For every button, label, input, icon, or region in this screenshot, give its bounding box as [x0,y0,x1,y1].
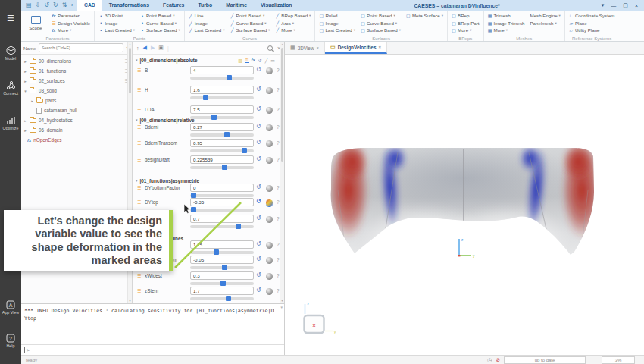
sidebar-item-app-view[interactable]: A App View [0,300,21,315]
image-point-button[interactable]: •Image [98,20,135,26]
menu-tab-maritime[interactable]: Maritime [219,0,254,11]
reset-icon[interactable]: ↺ [256,215,261,221]
value-input-xWidest[interactable] [190,271,254,280]
reset-icon[interactable]: ↺ [256,271,261,278]
menu-tab-transformations[interactable]: Transformations [102,0,156,11]
slider-B[interactable] [190,77,254,80]
3d-point-button[interactable]: •3D Point [98,13,135,18]
menu-tab-features[interactable]: Features [156,0,191,11]
value-input-H[interactable] [190,86,254,94]
scrollbar-thumb[interactable] [129,48,131,93]
slider-handle[interactable] [191,193,196,198]
trimesh-button[interactable]: ▦Trimesh [488,13,525,18]
reset-icon[interactable]: ↺ [256,184,261,190]
reset-all-icon[interactable]: ↺ [258,58,262,63]
reset-icon[interactable]: ↺ [256,287,261,293]
scope-button[interactable]: Scope [25,12,46,34]
viewport[interactable]: z y z x y ▦ 3DView × ▭ DesignVelocities [285,42,644,355]
value-input-Bdemi[interactable] [190,123,254,131]
menu-tab-cad[interactable]: CAD [77,0,102,11]
value-input-BdemiTransom[interactable] [190,139,254,147]
value-input-DYbottomFactor[interactable] [190,184,254,192]
tab-designvelocities[interactable]: ▭ DesignVelocities × [325,42,387,54]
utility-plane-button[interactable]: ▱Utility Plane [569,27,615,33]
list-icon[interactable]: ≡ [245,58,249,63]
chevron-down-icon[interactable]: ▾ [136,58,138,62]
tree-item-01-functions[interactable]: ▸01_functions☰ [21,66,134,76]
monitor-icon[interactable]: ▭ [270,58,275,63]
scroll-down-icon[interactable]: ▼ [280,306,283,309]
brep-based-curve-button[interactable]: ╱BRep Based▾ [275,13,311,18]
last-created-surface-button[interactable]: ▢Last Created▾ [319,27,355,33]
value-input-zDeckHeight[interactable] [190,240,254,249]
panelmesh-button[interactable]: Panelmesh▾ [530,20,560,26]
more-curves-button[interactable]: ╱More▾ [275,27,311,33]
expand-arrow-icon[interactable]: ▸ [30,99,34,103]
scrollbar-thumb[interactable] [281,48,283,162]
value-input-LOA[interactable] [190,105,254,114]
brep-part-button[interactable]: ▢BRep Part [452,20,480,26]
curve-based-point-button[interactable]: •Curve Based▾ [140,20,180,26]
meta-surface-button[interactable]: ▢Meta Surface▾ [406,13,443,18]
tree-item-06-domain[interactable]: ▸06_domain [21,125,134,135]
sidebar-item-model[interactable]: Model [0,46,21,61]
more-parameters-button[interactable]: fxMore▾ [52,27,90,33]
arcs-button[interactable]: ╱Arcs▾ [275,20,311,26]
tree-item-02-surfaces[interactable]: ▸02_surfaces☰ [21,76,134,86]
last-created-curve-button[interactable]: ╱Last Created▾ [189,27,225,33]
sidebar-item-help[interactable]: ? Help [0,334,21,348]
line-button[interactable]: ╱Line [189,13,225,18]
slider-handle[interactable] [224,132,230,137]
section-header-dimensions-absolute[interactable]: ▾ |00_dimensions|absolute ▥ ≡ fx ↺ ╱ ▭ [133,55,284,64]
slider-BdemiTransom[interactable] [190,149,254,152]
more-meshes-button[interactable]: ▦More▾ [488,27,525,33]
slider-handle[interactable] [236,224,241,229]
sidebar-item-optimize[interactable]: Optimize [0,115,21,130]
scroll-up-icon[interactable]: ▲ [280,42,284,46]
slider-handle[interactable] [227,75,232,80]
close-tab-icon[interactable]: × [378,45,381,49]
value-input-DYtopXend[interactable] [190,215,254,223]
reset-icon[interactable]: ↺ [256,139,261,146]
curve-based-curve-button[interactable]: ╱Curve Based▾ [230,20,270,26]
chevron-down-icon[interactable]: ▾ [136,118,138,122]
slider-H[interactable] [190,96,254,99]
expand-arrow-icon[interactable]: ▸ [23,79,27,83]
slider-zStem[interactable] [190,297,254,300]
surface-based-curve-button[interactable]: ╱Surface Based▾ [230,27,270,33]
slider-Bdemi[interactable] [190,133,254,136]
scroll-down-icon[interactable]: ▼ [280,299,284,303]
tree-item-03-solid[interactable]: ▾03_solid [21,86,134,96]
slider-handle[interactable] [214,249,219,255]
scroll-up-icon[interactable]: ▲ [128,42,132,46]
hamburger-menu-icon[interactable]: ☰ [0,14,21,24]
slider-handle[interactable] [226,296,231,301]
image-trimesh-button[interactable]: ▦Image Trimesh [488,20,525,26]
console-command-line[interactable]: > [21,344,284,355]
slider-designDraft[interactable] [190,166,254,169]
value-input-zStem[interactable] [190,287,254,295]
surface-based-point-button[interactable]: •Surface Based▾ [140,27,180,33]
slider-DYtop[interactable] [190,209,254,212]
menu-tab-turbo[interactable]: Turbo [191,0,219,11]
slider-zDeckHeight[interactable] [190,251,254,254]
slider-handle[interactable] [220,281,226,286]
expand-arrow-icon[interactable]: ▸ [23,118,27,123]
forward-icon[interactable]: ▶ [151,45,155,51]
pencil-icon[interactable]: ╱ [265,58,268,63]
ribbon-collapse-icon[interactable]: ▾ [602,2,605,8]
back-icon[interactable]: ◀ [143,45,147,51]
slider-handle[interactable] [222,165,227,170]
surface-based-surface-button[interactable]: ▢Surface Based▾ [361,27,401,33]
undo-icon[interactable]: ↺ [44,2,49,9]
slider-handle[interactable] [191,207,196,212]
plane-button[interactable]: ▱Plane [569,20,615,26]
reset-icon[interactable]: ↺ [256,240,261,247]
tree-item-catamaran-hull[interactable]: ·catamaran_hull [21,105,141,115]
expand-arrow-icon[interactable]: ▸ [23,59,27,64]
reset-icon[interactable]: ↺ [256,66,261,73]
parameter-button[interactable]: fxParameter [52,13,90,18]
design-velocities-canvas[interactable]: z y z x y [285,42,644,355]
ruled-surface-button[interactable]: ▢Ruled [319,13,355,18]
tree-item-nopenedges[interactable]: fxnOpenEdges [21,135,138,145]
